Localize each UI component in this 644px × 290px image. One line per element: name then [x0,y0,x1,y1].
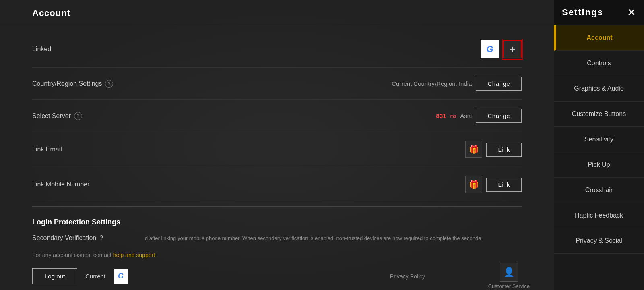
sidebar-item-controls[interactable]: Controls [554,51,644,76]
select-server-row: Select Server ? 831 ms Asia Change [32,100,522,132]
link-email-row: Link Email 🎁 Link [32,132,522,167]
customer-service-icon: 👤 [500,263,518,282]
select-server-controls: 831 ms Asia Change [436,109,522,123]
add-account-button[interactable]: + [503,40,522,58]
settings-title: Settings [562,7,603,18]
current-google-icon: G [114,269,128,284]
country-region-controls: Current Country/Region: India Change [392,77,522,91]
ping-value: 831 [436,112,446,119]
main-content: Account Linked G + Country/Regio [0,0,554,290]
server-name: Asia [460,112,472,119]
select-server-help-icon[interactable]: ? [74,112,82,120]
google-linked-icon[interactable]: G [481,40,499,58]
select-server-label: Select Server ? [32,112,82,120]
header: Account [0,0,554,23]
current-label: Current [85,273,105,280]
footer: Log out Current G Privacy Policy 👤 Custo… [0,262,554,290]
sidebar-nav: AccountControlsGraphics & AudioCustomize… [554,25,644,290]
login-protection-section: Login Protection Settings Secondary Veri… [32,211,522,246]
country-region-help-icon[interactable]: ? [105,80,113,88]
sidebar-item-customize-buttons[interactable]: Customize Buttons [554,102,644,127]
link-mobile-label: Link Mobile Number [32,181,89,188]
mobile-gift-icon: 🎁 [465,176,482,193]
country-region-label: Country/Region Settings ? [32,80,113,88]
linked-row: Linked G + [32,31,522,68]
secondary-verification-label: Secondary Verification ? [32,234,145,242]
close-button[interactable]: ✕ [627,7,636,18]
sidebar-item-sensitivity[interactable]: Sensitivity [554,127,644,152]
link-mobile-row: Link Mobile Number 🎁 Link [32,167,522,202]
country-region-row: Country/Region Settings ? Current Countr… [32,68,522,100]
privacy-policy-link[interactable]: Privacy Policy [390,273,425,280]
sidebar-item-privacy-social[interactable]: Privacy & Social [554,228,644,254]
secondary-help-icon[interactable]: ? [99,234,103,242]
logout-button[interactable]: Log out [32,268,77,284]
linked-label: Linked [32,46,51,53]
help-support-link[interactable]: help and support [113,252,155,258]
linked-controls: G + [481,40,522,58]
section-divider [32,206,522,207]
sidebar: Settings ✕ AccountControlsGraphics & Aud… [554,0,644,290]
ping-unit: ms [450,114,456,118]
customer-service-label: Customer Service [488,283,530,289]
customer-service-button[interactable]: 👤 Customer Service [488,263,530,289]
country-region-change-button[interactable]: Change [476,77,522,91]
secondary-verification-text: d after linking your mobile phone number… [145,235,522,241]
page-title: Account [32,8,70,18]
current-country-value: Current Country/Region: India [392,80,472,87]
link-mobile-controls: 🎁 Link [465,176,522,193]
sidebar-item-pick-up[interactable]: Pick Up [554,152,644,178]
sidebar-item-haptic-feedback[interactable]: Haptic Feedback [554,203,644,228]
sidebar-item-graphics-audio[interactable]: Graphics & Audio [554,76,644,102]
content-area: Linked G + Country/Region Settings ? C [0,23,554,262]
settings-header: Settings ✕ [554,0,644,25]
link-email-label: Link Email [32,146,62,153]
email-gift-icon: 🎁 [465,141,482,158]
secondary-verification-row: Secondary Verification ? d after linking… [32,230,522,246]
sidebar-item-account[interactable]: Account [554,25,644,51]
link-email-controls: 🎁 Link [465,141,522,158]
help-text: For any account issues, contact help and… [32,246,522,260]
server-change-button[interactable]: Change [476,109,522,123]
sidebar-item-crosshair[interactable]: Crosshair [554,178,644,203]
link-email-button[interactable]: Link [486,143,522,157]
link-mobile-button[interactable]: Link [486,178,522,192]
login-protection-title: Login Protection Settings [32,211,522,230]
